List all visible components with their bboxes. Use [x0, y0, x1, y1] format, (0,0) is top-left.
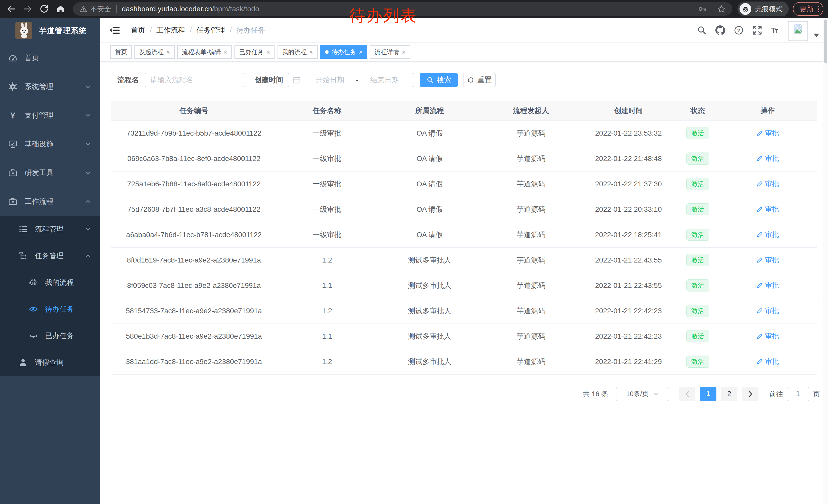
font-size-icon[interactable]: TT [771, 26, 778, 35]
url-host[interactable]: dashboard.yudao.iocoder.cn [122, 5, 212, 13]
col-status: 状态 [677, 101, 718, 121]
incognito-label: 无痕模式 [755, 4, 783, 13]
page-size-select[interactable]: 10条/页 [616, 387, 669, 401]
chevron-down-icon [85, 83, 91, 90]
approve-link[interactable]: 审批 [756, 306, 779, 315]
cell-status: 激活 [677, 324, 718, 349]
tab-start-process[interactable]: 发起流程× [134, 45, 175, 59]
bookmark-star-icon[interactable] [717, 5, 726, 13]
scrollbar-thumb[interactable] [824, 19, 827, 63]
sidebar-item-todo-tasks[interactable]: 待办任务 [0, 296, 100, 322]
cell-process: OA 请假 [377, 146, 482, 171]
browser-forward-icon[interactable] [23, 4, 33, 14]
page-button-1[interactable]: 1 [700, 387, 716, 401]
briefcase-icon [8, 197, 17, 206]
prev-page-button[interactable] [679, 387, 695, 401]
search-button[interactable]: 搜索 [420, 73, 458, 87]
cell-task-name: 1.1 [277, 273, 377, 298]
fullscreen-icon[interactable] [752, 26, 762, 35]
cell-actions: 审批 [718, 324, 817, 349]
sidebar-collapse-icon[interactable] [109, 26, 120, 35]
approve-link[interactable]: 审批 [756, 331, 779, 341]
status-badge: 激活 [687, 356, 709, 368]
task-table-body: 73211d9d-7b9b-11ec-b5b7-acde48001122一级审批… [111, 121, 817, 374]
search-icon[interactable] [697, 26, 707, 35]
tab-done-tasks[interactable]: 已办任务× [235, 45, 275, 59]
sidebar-item-devtools[interactable]: 研发工具 [0, 158, 100, 187]
table-row: 069c6a63-7b8a-11ec-8ef0-acde48001122一级审批… [111, 146, 817, 171]
list-icon [18, 225, 28, 234]
chevron-down-icon [85, 170, 91, 176]
refresh-icon [467, 77, 474, 84]
approve-link[interactable]: 审批 [756, 179, 779, 188]
date-range-input[interactable]: 开始日期 - 结束日期 [288, 73, 414, 87]
approve-link[interactable]: 审批 [756, 281, 779, 290]
tab-todo-tasks[interactable]: 待办任务× [320, 45, 367, 59]
approve-link[interactable]: 审批 [756, 129, 779, 138]
approve-link[interactable]: 审批 [756, 230, 779, 239]
goto-page-input[interactable]: 1 [787, 387, 809, 401]
update-label[interactable]: 更新 [799, 4, 814, 14]
cell-process: 测试多审批人 [377, 324, 482, 349]
cell-created: 2022-01-21 22:41:29 [580, 349, 677, 374]
next-page-button[interactable] [742, 387, 758, 401]
tab-my-process[interactable]: 我的流程× [278, 45, 318, 59]
close-icon[interactable]: × [402, 49, 406, 55]
close-icon[interactable]: × [266, 49, 270, 55]
sidebar-item-process-management[interactable]: 流程管理 [0, 216, 100, 242]
browser-home-icon[interactable] [55, 4, 66, 14]
breadcrumb-workflow[interactable]: 工作流程 [157, 26, 185, 35]
tab-home[interactable]: 首页 [110, 45, 132, 59]
approve-link[interactable]: 审批 [756, 357, 779, 366]
close-icon[interactable]: × [359, 49, 363, 55]
not-secure-warning-icon[interactable] [80, 5, 87, 13]
sidebar-item-leave-query[interactable]: 请假查询 [0, 349, 100, 376]
edit-pencil-icon [756, 307, 763, 314]
sidebar-item-payment[interactable]: ¥ 支付管理 [0, 101, 100, 130]
approve-link[interactable]: 审批 [756, 204, 779, 214]
sidebar-item-done-tasks[interactable]: 已办任务 [0, 322, 100, 349]
app-logo-row[interactable]: 芋道管理系统 [0, 18, 100, 44]
github-icon[interactable] [715, 26, 725, 35]
breadcrumb-task-management[interactable]: 任务管理 [197, 26, 225, 35]
tab-form-edit[interactable]: 流程表单-编辑× [177, 45, 232, 59]
cell-actions: 审批 [718, 121, 817, 146]
browser-back-icon[interactable] [6, 4, 16, 14]
cell-task-id: 580e1b3d-7ac8-11ec-a9e2-a2380e71991a [111, 324, 277, 349]
address-divider [116, 5, 117, 13]
approve-link[interactable]: 审批 [756, 154, 779, 163]
help-icon[interactable]: ? [734, 26, 744, 35]
sidebar-item-home[interactable]: 首页 [0, 44, 100, 72]
close-icon[interactable]: × [166, 49, 170, 55]
browser-reload-icon[interactable] [39, 4, 49, 14]
sidebar-item-system[interactable]: 系统管理 [0, 72, 100, 101]
cell-process: OA 请假 [377, 171, 482, 197]
process-name-input[interactable]: 请输入流程名 [145, 73, 245, 87]
start-date-placeholder[interactable]: 开始日期 [305, 75, 355, 85]
sidebar-item-my-process[interactable]: 我的流程 [0, 269, 100, 296]
password-key-icon[interactable] [698, 5, 707, 13]
sidebar-item-workflow[interactable]: 工作流程 [0, 187, 100, 216]
cell-starter: 芋道源码 [482, 171, 580, 197]
update-button[interactable]: 更新 [793, 2, 823, 16]
approve-link[interactable]: 审批 [756, 255, 779, 265]
close-icon[interactable]: × [223, 49, 227, 55]
cell-task-id: 75d72608-7b7f-11ec-a3c8-acde48001122 [111, 197, 277, 222]
close-icon[interactable]: × [309, 49, 313, 55]
sidebar-item-infrastructure[interactable]: 基础设施 [0, 130, 100, 158]
breadcrumb-home[interactable]: 首页 [131, 26, 145, 35]
avatar-caret-icon[interactable] [814, 34, 819, 37]
tab-process-detail[interactable]: 流程详情× [370, 45, 410, 59]
cell-created: 2022-01-22 21:37:30 [580, 171, 677, 197]
edit-pencil-icon [756, 130, 763, 136]
url-path[interactable]: /bpm/task/todo [212, 5, 259, 13]
browser-menu-icon[interactable] [818, 6, 819, 12]
reset-button[interactable]: 重置 [463, 73, 496, 87]
page-scrollbar[interactable] [823, 18, 828, 504]
avatar[interactable] [788, 21, 808, 41]
process-name-label: 流程名 [118, 75, 139, 85]
page-button-2[interactable]: 2 [721, 387, 738, 401]
end-date-placeholder[interactable]: 结束日期 [360, 75, 409, 85]
sidebar-item-task-management[interactable]: 任务管理 [0, 242, 100, 269]
not-secure-label[interactable]: 不安全 [90, 4, 111, 13]
